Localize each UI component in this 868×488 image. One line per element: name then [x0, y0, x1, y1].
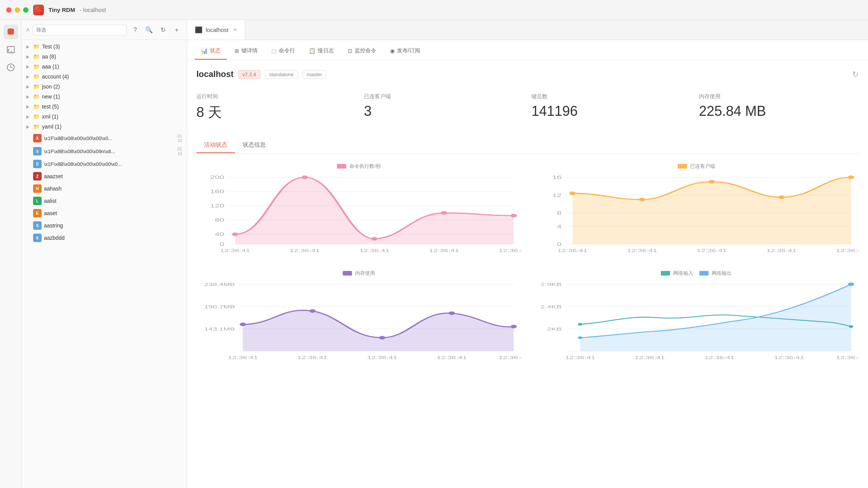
main-layout: A ? 🔍 ↻ + ▶ 📁 Test (3) ▶ 📁 aa (8) ▶ 📁 aa…: [0, 20, 868, 488]
stat-clients: 已连客户端 3: [364, 90, 524, 125]
svg-text:200: 200: [210, 175, 225, 180]
svg-text:12:36:41: 12:36:41: [697, 248, 727, 253]
nav-tab-status[interactable]: 📊 状态: [195, 43, 227, 60]
svg-text:12:36:41: 12:36:41: [774, 355, 804, 360]
nav-tab-cmd[interactable]: ⬚ 命令行: [265, 43, 301, 60]
tab-close-button[interactable]: ✕: [233, 27, 237, 33]
close-button[interactable]: [6, 7, 12, 13]
folder-label: xml (1): [42, 114, 182, 120]
list-item[interactable]: ▶ S \x1F\x8B\x08\x00\x00\x00\x00\x0...: [22, 158, 187, 170]
svg-text:12:36:41: 12:36:41: [499, 355, 521, 360]
titlebar: 🔴 Tiny RDM - localhost: [0, 0, 868, 20]
svg-point-69: [578, 323, 583, 326]
minimize-button[interactable]: [15, 7, 20, 13]
refresh-button[interactable]: ↻: [158, 25, 168, 35]
help-button[interactable]: ?: [130, 25, 141, 35]
key-label: aaset: [44, 210, 182, 216]
nav-tab-slowlog[interactable]: 📋 慢日志: [303, 43, 340, 60]
chevron-right-icon: ▶: [26, 44, 31, 49]
sidebar-item-history[interactable]: [3, 60, 18, 75]
svg-point-15: [232, 232, 238, 236]
tree-folder-account[interactable]: ▶ 📁 account (4): [22, 72, 187, 82]
chart-commands-title: 命令执行数/秒: [196, 163, 521, 170]
main-content: ⬛ localhost ✕ 📊 状态 ⊞ 键详情 ⬚ 命令行 📋 慢日志: [187, 20, 868, 488]
host-info: localhost v7.2.4 standalone master: [196, 69, 326, 79]
host-name: localhost: [196, 69, 234, 79]
tree-folder-test[interactable]: ▶ 📁 Test (3): [22, 42, 187, 52]
svg-point-52: [240, 323, 246, 326]
stats-grid: 运行时间 8 天 已连客户端 3 键总数 141196 内存使用 225.84 …: [196, 90, 859, 125]
chart-commands: 命令执行数/秒 200 160: [196, 163, 521, 257]
tab-localhost[interactable]: ⬛ localhost ✕: [187, 20, 245, 40]
chevron-right-icon: ▶: [26, 104, 31, 109]
nav-tab-pubsub[interactable]: ◉ 发布/订阅: [384, 43, 426, 60]
chevron-right-icon: ▶: [26, 94, 31, 99]
chart-memory: 内存使用 238.4MB 190.7MB 143.1MB: [196, 270, 521, 364]
folder-label: account (4): [42, 74, 182, 80]
stat-uptime: 运行时间 8 天: [196, 90, 356, 125]
sub-tab-activity-label: 活动状态: [204, 141, 227, 148]
list-item[interactable]: ▶ L aalist: [22, 195, 187, 207]
stat-memory: 内存使用 225.84 MB: [699, 90, 859, 125]
svg-point-36: [639, 198, 645, 201]
maximize-button[interactable]: [23, 7, 28, 13]
nav-tab-keydetail[interactable]: ⊞ 键详情: [228, 43, 264, 60]
chart-network-in-label: 网络输入: [673, 270, 693, 277]
svg-text:12:36:41: 12:36:41: [704, 355, 734, 360]
refresh-button[interactable]: ↻: [852, 70, 859, 79]
chevron-right-icon: ▶: [26, 124, 31, 129]
svg-text:0: 0: [220, 242, 224, 247]
tree-folder-new[interactable]: ▶ 📁 new (1): [22, 92, 187, 102]
folder-label: yaml (1): [42, 124, 182, 130]
list-item[interactable]: ▶ S aazbddd: [22, 232, 187, 244]
key-label: aaazset: [44, 173, 182, 179]
tree-folder-yaml[interactable]: ▶ 📁 yaml (1): [22, 122, 187, 132]
stat-keys: 键总数 141196: [531, 90, 691, 125]
svg-text:4: 4: [557, 224, 561, 229]
sub-tab-activity[interactable]: 活动状态: [196, 137, 235, 153]
folder-label: test (5): [42, 104, 182, 110]
tree-folder-test2[interactable]: ▶ 📁 test (5): [22, 102, 187, 112]
list-item[interactable]: ▶ E aaset: [22, 207, 187, 219]
folder-icon: 📁: [33, 74, 40, 80]
sidebar-item-database[interactable]: [3, 25, 18, 39]
folder-icon: 📁: [33, 84, 40, 90]
svg-point-35: [569, 192, 575, 195]
tree-folder-xml[interactable]: ▶ 📁 xml (1): [22, 112, 187, 122]
list-item[interactable]: ▶ S aastring: [22, 219, 187, 232]
stat-clients-label: 已连客户端: [364, 93, 524, 100]
sub-tab-info[interactable]: 状态信息: [235, 137, 273, 153]
pubsub-icon: ◉: [390, 48, 395, 54]
add-button[interactable]: +: [171, 25, 182, 35]
svg-point-17: [371, 237, 377, 241]
tree-folder-aa[interactable]: ▶ 📁 aa (8): [22, 52, 187, 62]
key-label: aastring: [44, 222, 182, 229]
list-item[interactable]: ▶ H aahash: [22, 182, 187, 195]
binary-icon: 0110: [178, 134, 182, 143]
folder-icon: 📁: [33, 64, 40, 70]
tree-folder-aaa[interactable]: ▶ 📁 aaa (1): [22, 62, 187, 72]
chart-clients-svg: 16 12 8 4 0: [534, 173, 859, 257]
list-item[interactable]: ▶ Z aaazset: [22, 170, 187, 182]
chart-memory-svg: 238.4MB 190.7MB 143.1MB: [196, 280, 521, 364]
list-item[interactable]: ▶ S \x1F\x8B\x08\x00\x00\x09n\x8... 0110: [22, 145, 187, 158]
status-icon: 📊: [201, 48, 208, 54]
file-panel: A ? 🔍 ↻ + ▶ 📁 Test (3) ▶ 📁 aa (8) ▶ 📁 aa…: [22, 20, 187, 488]
legend-color-commands: [337, 164, 346, 169]
list-item[interactable]: ▶ X \x1F\x8B\x08\x00\x00\x00\x0... 0110: [22, 132, 187, 145]
chart-commands-svg: 200 160 120 80 40 0: [196, 173, 521, 257]
folder-label: aa (8): [42, 53, 182, 60]
chart-network-title: 网络输入 网络输出: [534, 270, 859, 277]
tree-folder-json[interactable]: ▶ 📁 json (2): [22, 82, 187, 92]
sidebar-item-terminal[interactable]: [3, 42, 18, 57]
filter-input[interactable]: [33, 25, 127, 35]
sub-tab-info-label: 状态信息: [243, 141, 266, 148]
version-badge: v7.2.4: [238, 70, 260, 79]
search-button[interactable]: 🔍: [144, 25, 154, 35]
nav-tab-monitor[interactable]: ⊡ 监控命令: [342, 43, 382, 60]
svg-text:12:36:41: 12:36:41: [557, 248, 587, 253]
svg-point-18: [441, 211, 447, 215]
svg-text:12:36:41: 12:36:41: [367, 355, 397, 360]
svg-text:2.4KB: 2.4KB: [541, 304, 562, 309]
chart-memory-title: 内存使用: [196, 270, 521, 277]
